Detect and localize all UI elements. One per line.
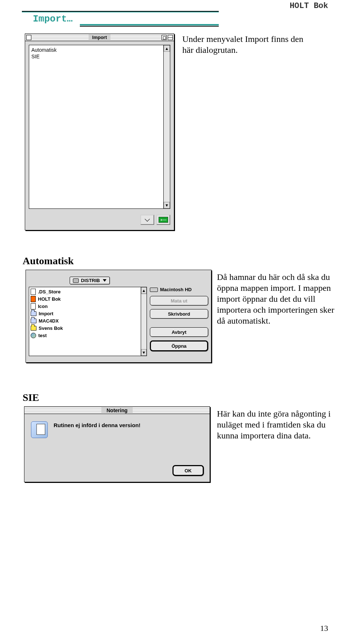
list-item[interactable]: test bbox=[31, 332, 139, 339]
scroll-down-icon[interactable]: ▼ bbox=[141, 349, 147, 356]
list-item[interactable]: Automatisk bbox=[31, 47, 161, 53]
import-dialog-titlebar[interactable]: Import bbox=[25, 34, 174, 41]
import-dialog: Import Automatisk SIE ▲ ▼ ⟵ bbox=[25, 34, 174, 230]
list-item[interactable]: Import bbox=[31, 310, 139, 317]
volume-label: Macintosh HD bbox=[150, 287, 208, 292]
page-number: 13 bbox=[320, 624, 328, 633]
intro-paragraph: Under menyvalet Import finns den här dia… bbox=[182, 34, 306, 55]
open-button[interactable]: Öppna bbox=[150, 340, 208, 351]
sort-button[interactable] bbox=[140, 215, 154, 225]
arrow-left-icon: ⟵ bbox=[159, 217, 168, 223]
import-dialog-title: Import bbox=[89, 35, 110, 40]
notering-dialog: Notering Rutinen ej införd i denna versi… bbox=[24, 406, 210, 482]
hd-icon bbox=[73, 278, 79, 283]
automatisk-paragraph: Då hamnar du här och då ska du öppna map… bbox=[217, 272, 335, 326]
notering-title: Notering bbox=[101, 407, 133, 413]
file-name: .DS_Store bbox=[38, 289, 61, 294]
list-item[interactable]: HOLT Bok bbox=[31, 295, 139, 303]
file-list[interactable]: .DS_Store HOLT Bok Icon Import MAC4DX Sv… bbox=[29, 287, 147, 356]
file-name: Import bbox=[39, 311, 53, 316]
list-item[interactable]: Icon bbox=[31, 303, 139, 310]
notering-text: Rutinen ej införd i denna version! bbox=[54, 421, 140, 458]
scroll-down-icon[interactable]: ▼ bbox=[164, 202, 170, 208]
file-icon bbox=[31, 289, 36, 295]
hd-icon bbox=[150, 288, 158, 292]
zoom-box-icon[interactable] bbox=[162, 35, 167, 40]
scroll-up-icon[interactable]: ▲ bbox=[141, 287, 147, 294]
section-heading: Import… bbox=[22, 11, 219, 26]
folder-icon bbox=[31, 326, 36, 331]
close-box-icon[interactable] bbox=[26, 35, 31, 40]
list-item[interactable]: MAC4DX bbox=[31, 317, 139, 324]
file-icon bbox=[31, 296, 36, 302]
file-open-dialog: DISTRIB .DS_Store HOLT Bok Icon Import M… bbox=[26, 270, 211, 363]
sie-paragraph: Här kan du inte göra någonting i nuläget… bbox=[217, 408, 337, 441]
folder-icon bbox=[31, 319, 36, 323]
file-name: test bbox=[38, 333, 47, 338]
chevron-down-icon bbox=[145, 216, 150, 222]
list-item[interactable]: .DS_Store bbox=[31, 288, 139, 295]
notering-titlebar[interactable]: Notering bbox=[24, 407, 210, 414]
file-icon bbox=[31, 303, 36, 309]
desktop-button[interactable]: Skrivbord bbox=[150, 309, 208, 319]
file-name: MAC4DX bbox=[39, 318, 59, 324]
ok-button[interactable]: OK bbox=[172, 465, 204, 476]
back-button[interactable]: ⟵ bbox=[156, 215, 170, 225]
doc-header: HOLT Bok bbox=[289, 1, 328, 11]
list-item[interactable]: SIE bbox=[31, 53, 161, 60]
scrollbar[interactable]: ▲ ▼ bbox=[141, 287, 147, 356]
heading-sie: SIE bbox=[23, 392, 39, 403]
globe-icon bbox=[31, 333, 36, 338]
volume-name: Macintosh HD bbox=[160, 287, 192, 292]
eject-button[interactable]: Mata ut bbox=[150, 296, 208, 305]
directory-popup[interactable]: DISTRIB bbox=[70, 277, 110, 284]
import-list-items[interactable]: Automatisk SIE bbox=[29, 45, 163, 208]
scroll-track[interactable] bbox=[164, 52, 170, 202]
info-icon bbox=[31, 421, 48, 438]
directory-popup-label: DISTRIB bbox=[81, 278, 100, 283]
file-name: Icon bbox=[38, 304, 48, 309]
list-item[interactable]: Svens Bok bbox=[31, 324, 139, 332]
section-title: Import… bbox=[22, 12, 80, 26]
scroll-up-icon[interactable]: ▲ bbox=[164, 45, 170, 52]
file-name: HOLT Bok bbox=[38, 296, 61, 302]
cancel-button[interactable]: Avbryt bbox=[150, 327, 208, 337]
file-name: Svens Bok bbox=[39, 325, 63, 331]
scroll-track[interactable] bbox=[141, 294, 147, 349]
chevron-down-icon bbox=[103, 279, 106, 282]
import-listbox[interactable]: Automatisk SIE ▲ ▼ bbox=[29, 45, 170, 209]
heading-automatisk: Automatisk bbox=[23, 255, 74, 267]
scrollbar[interactable]: ▲ ▼ bbox=[163, 45, 170, 208]
collapse-box-icon[interactable] bbox=[168, 35, 173, 40]
dialog-footer: ⟵ bbox=[25, 212, 174, 229]
folder-icon bbox=[31, 311, 36, 316]
